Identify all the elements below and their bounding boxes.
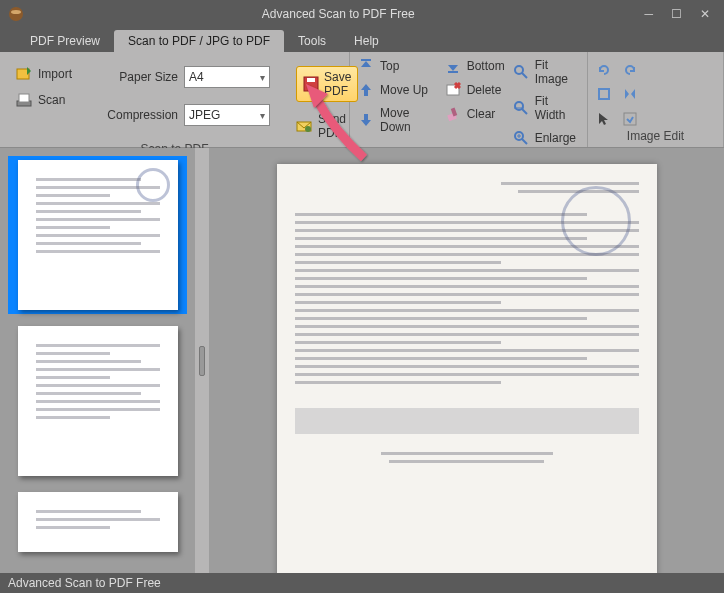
svg-rect-9 bbox=[361, 59, 371, 61]
scan-icon bbox=[16, 92, 32, 108]
group-edit-label: Image Edit bbox=[588, 127, 723, 147]
scan-button[interactable]: Scan bbox=[16, 92, 65, 108]
move-down-icon bbox=[358, 112, 374, 128]
tab-help[interactable]: Help bbox=[340, 30, 393, 52]
bottom-icon bbox=[445, 58, 461, 74]
bottom-button[interactable]: Bottom bbox=[445, 58, 505, 74]
delete-icon bbox=[445, 82, 461, 98]
minimize-button[interactable]: ─ bbox=[644, 7, 653, 21]
compression-value: JPEG bbox=[189, 108, 220, 122]
edit-more-icon[interactable] bbox=[622, 111, 638, 127]
preview-pane[interactable] bbox=[209, 148, 724, 573]
thumbnail-1[interactable] bbox=[8, 156, 187, 314]
move-down-button[interactable]: Move Down bbox=[358, 106, 437, 134]
ribbon: Import Scan Paper Size A4 ▾ bbox=[0, 52, 724, 148]
rotate-left-icon[interactable] bbox=[596, 62, 612, 78]
svg-point-16 bbox=[515, 102, 523, 110]
svg-line-15 bbox=[522, 73, 527, 78]
flip-icon[interactable] bbox=[622, 86, 638, 102]
svg-rect-23 bbox=[599, 89, 609, 99]
svg-point-1 bbox=[11, 10, 21, 14]
send-pdf-icon bbox=[296, 118, 312, 134]
import-label: Import bbox=[38, 67, 72, 81]
tab-tools[interactable]: Tools bbox=[284, 30, 340, 52]
svg-point-14 bbox=[515, 66, 523, 74]
statusbar: Advanced Scan to PDF Free bbox=[0, 573, 724, 593]
ribbon-tabs: PDF Preview Scan to PDF / JPG to PDF Too… bbox=[0, 28, 724, 52]
svg-line-20 bbox=[522, 139, 527, 144]
enlarge-button[interactable]: Enlarge bbox=[513, 130, 579, 146]
svg-point-8 bbox=[305, 126, 311, 132]
svg-rect-6 bbox=[307, 78, 315, 82]
import-button[interactable]: Import bbox=[16, 66, 72, 82]
page-preview bbox=[277, 164, 657, 573]
compression-label: Compression bbox=[98, 108, 178, 122]
paper-size-select[interactable]: A4 ▾ bbox=[184, 66, 270, 88]
scan-label: Scan bbox=[38, 93, 65, 107]
tab-scan-to-pdf[interactable]: Scan to PDF / JPG to PDF bbox=[114, 30, 284, 52]
move-up-button[interactable]: Move Up bbox=[358, 82, 437, 98]
svg-line-17 bbox=[522, 109, 527, 114]
status-text: Advanced Scan to PDF Free bbox=[8, 576, 161, 590]
app-logo-icon bbox=[8, 6, 24, 22]
fit-width-button[interactable]: Fit Width bbox=[513, 94, 579, 122]
thumbnail-2[interactable] bbox=[8, 322, 187, 480]
clear-icon bbox=[445, 106, 461, 122]
tab-pdf-preview[interactable]: PDF Preview bbox=[16, 30, 114, 52]
crop-icon[interactable] bbox=[596, 86, 612, 102]
import-icon bbox=[16, 66, 32, 82]
fit-image-icon bbox=[513, 64, 529, 80]
top-icon bbox=[358, 58, 374, 74]
thumbnail-pane[interactable] bbox=[0, 148, 195, 573]
clear-button[interactable]: Clear bbox=[445, 106, 505, 122]
window-title: Advanced Scan to PDF Free bbox=[32, 7, 644, 21]
delete-button[interactable]: Delete bbox=[445, 82, 505, 98]
save-pdf-label: Save PDF bbox=[324, 70, 351, 98]
cursor-icon[interactable] bbox=[596, 111, 612, 127]
splitter[interactable] bbox=[195, 148, 209, 573]
svg-rect-10 bbox=[448, 71, 458, 73]
svg-rect-4 bbox=[19, 94, 29, 102]
paper-size-value: A4 bbox=[189, 70, 204, 84]
thumbnail-3[interactable] bbox=[8, 488, 187, 556]
move-up-icon bbox=[358, 82, 374, 98]
fit-image-button[interactable]: Fit Image bbox=[513, 58, 579, 86]
rotate-right-icon[interactable] bbox=[622, 62, 638, 78]
titlebar: Advanced Scan to PDF Free ─ ☐ ✕ bbox=[0, 0, 724, 28]
fit-width-icon bbox=[513, 100, 529, 116]
close-button[interactable]: ✕ bbox=[700, 7, 710, 21]
maximize-button[interactable]: ☐ bbox=[671, 7, 682, 21]
compression-select[interactable]: JPEG ▾ bbox=[184, 104, 270, 126]
save-pdf-icon bbox=[303, 76, 319, 92]
chevron-down-icon: ▾ bbox=[260, 72, 265, 83]
chevron-down-icon: ▾ bbox=[260, 110, 265, 121]
enlarge-icon bbox=[513, 130, 529, 146]
paper-size-label: Paper Size bbox=[98, 70, 178, 84]
top-button[interactable]: Top bbox=[358, 58, 437, 74]
